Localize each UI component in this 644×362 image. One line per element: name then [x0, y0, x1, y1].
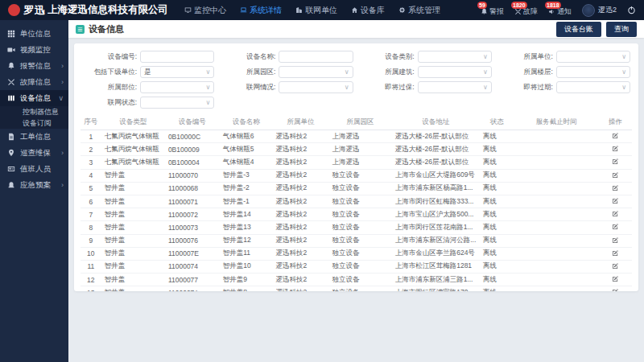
- edit-icon[interactable]: [612, 262, 619, 269]
- filter-field-park: 所属园区:: [221, 66, 353, 78]
- nav-item-4[interactable]: 设备库: [351, 5, 385, 16]
- nav-item-1[interactable]: 监控中心: [184, 5, 226, 16]
- cell-park: 独立设备: [329, 234, 392, 247]
- filter-field-building: 所属建筑:: [360, 66, 492, 78]
- filter-input[interactable]: [283, 53, 349, 61]
- document-icon: [7, 133, 17, 141]
- cell-park: 上海逻迅: [329, 143, 392, 156]
- edit-icon[interactable]: [612, 288, 619, 291]
- filter-field-network-status: 联网状态:: [82, 97, 214, 109]
- edit-icon[interactable]: [612, 223, 619, 230]
- edit-icon[interactable]: [612, 132, 619, 139]
- sidebar-item-3[interactable]: 报警信息 ›: [0, 58, 68, 74]
- cell-owner-unit: 逻迅科技2: [273, 130, 329, 143]
- edit-icon[interactable]: [612, 171, 619, 179]
- sidebar-item-4[interactable]: 故障信息 ›: [0, 74, 68, 90]
- edit-icon[interactable]: [612, 184, 619, 191]
- filter-part-select[interactable]: [140, 81, 214, 93]
- filter-building-select[interactable]: [418, 66, 492, 78]
- cell-device-no: 11000072: [165, 208, 220, 221]
- filter-field-device-name: 设备名称:: [221, 51, 353, 63]
- edit-icon[interactable]: [612, 197, 619, 204]
- nav-item-5[interactable]: 系统管理: [398, 5, 440, 16]
- filter-input[interactable]: [144, 53, 210, 61]
- filter-network-status-select[interactable]: [140, 97, 214, 109]
- cell-device-name: 智井盖9: [220, 274, 273, 286]
- filter-include-sub-units-select[interactable]: 是: [140, 66, 214, 78]
- column-header: 设备地址: [392, 115, 480, 130]
- cell-address: 逻迅大楼-26层-默认部位: [392, 156, 480, 169]
- edit-icon[interactable]: [612, 145, 619, 152]
- cell-owner-unit: 逻迅科技2: [273, 234, 329, 247]
- filter-device-name-input[interactable]: [279, 51, 353, 63]
- status-bell[interactable]: 59 警报: [481, 4, 504, 17]
- status-label: 警报: [489, 6, 504, 17]
- topbar-status-area: 59 警报 1820 故障 1818 通知 逻迅2: [481, 4, 636, 17]
- user-menu[interactable]: 逻迅2: [582, 4, 617, 17]
- sidebar-item-8[interactable]: 值班人员: [0, 161, 68, 177]
- edit-icon[interactable]: [612, 210, 619, 217]
- sidebar-item-label: 单位信息: [20, 29, 51, 39]
- table-row: 4 智井盖 11000070 智井盖-3 逻迅科技2 独立设备 上海市金山区大堤…: [80, 169, 632, 182]
- sidebar-item-2[interactable]: 视频监控: [0, 42, 68, 58]
- cell-address: 上海市浦东新区清河公路...: [392, 234, 480, 247]
- cell-owner-unit: 逻迅科技2: [273, 208, 329, 221]
- column-header: 序号: [80, 115, 101, 130]
- cell-service-end: [514, 130, 599, 143]
- filter-label: 设备编号:: [82, 52, 140, 62]
- nav-item-2[interactable]: 系统详情: [240, 5, 282, 16]
- sidebar-item-5[interactable]: 设备信息 ∨: [0, 90, 68, 106]
- sidebar-item-label: 值班人员: [20, 164, 51, 175]
- status-wrench[interactable]: 1820 故障: [514, 4, 538, 17]
- cell-address: 逻迅大楼-26层-默认部位: [392, 130, 480, 143]
- sidebar-item-1[interactable]: 单位信息: [0, 26, 68, 42]
- device-ledger-button[interactable]: 设备台账: [556, 22, 601, 37]
- nav-item-label: 系统管理: [408, 5, 440, 16]
- submenu-item-1[interactable]: 控制器信息: [0, 106, 68, 117]
- cell-index: 7: [80, 208, 101, 221]
- edit-icon[interactable]: [612, 237, 619, 244]
- sidebar-item-9[interactable]: 应急预案 ›: [0, 177, 68, 193]
- cell-status: 离线: [480, 156, 514, 169]
- cell-park: 独立设备: [329, 182, 392, 195]
- edit-icon[interactable]: [612, 275, 619, 282]
- cell-device-no: 0B100009: [165, 143, 220, 156]
- filter-expiring-soon-select[interactable]: [556, 81, 630, 93]
- cell-device-no: 11000071: [165, 195, 220, 208]
- filter-device-no-input[interactable]: [140, 51, 214, 63]
- cell-index: 5: [80, 182, 101, 195]
- filter-device-category-select[interactable]: [418, 51, 492, 63]
- table-row: 13 智井盖 1100007A 智井盖8 逻迅科技2 独立设备 上海市闵行区漕宝…: [80, 286, 632, 291]
- sidebar-item-label: 报警信息: [20, 61, 51, 72]
- cell-status: 离线: [480, 130, 514, 143]
- query-button[interactable]: 查询: [606, 22, 637, 37]
- table-row: 9 智井盖 11000076 智井盖12 逻迅科技2 独立设备 上海市浦东新区清…: [80, 234, 632, 247]
- sidebar-item-7[interactable]: 巡查维保 ›: [0, 145, 68, 161]
- edit-icon[interactable]: [612, 249, 619, 257]
- cell-index: 10: [80, 247, 101, 260]
- filter-network-condition-select[interactable]: [279, 81, 353, 93]
- cell-index: 1: [80, 130, 101, 143]
- filter-floor-select[interactable]: [556, 66, 630, 78]
- edit-icon[interactable]: [612, 158, 619, 165]
- cell-address: 上海市松江区茸梅路1281: [392, 260, 480, 273]
- sidebar-item-label: 设备信息: [20, 93, 51, 104]
- cell-device-no: 11000074: [165, 260, 220, 273]
- speaker-icon: [548, 8, 555, 15]
- submenu-item-2[interactable]: 设备订阅: [0, 117, 68, 129]
- avatar[interactable]: [582, 4, 595, 17]
- nav-item-3[interactable]: 联网单位: [295, 5, 337, 16]
- cell-owner-unit: 逻迅科技2: [273, 221, 329, 234]
- status-speaker[interactable]: 1818 通知: [548, 4, 572, 17]
- column-header: 设备编号: [165, 115, 220, 130]
- filter-park-select[interactable]: [279, 66, 353, 78]
- cell-status: 离线: [480, 182, 514, 195]
- cell-service-end: [514, 274, 599, 286]
- filter-field-expiring-soon: 即将过期:: [498, 81, 630, 93]
- table-header-row: 序号设备类型设备编号设备名称所属单位所属园区设备地址状态服务截止时间操作: [80, 115, 632, 130]
- logout-power-icon[interactable]: [627, 6, 636, 14]
- filter-warranty-expiring-select[interactable]: [418, 81, 492, 93]
- cell-index: 11: [80, 260, 101, 273]
- filter-owner-unit-select[interactable]: [556, 51, 630, 63]
- sidebar-item-6[interactable]: 工单信息: [0, 129, 68, 145]
